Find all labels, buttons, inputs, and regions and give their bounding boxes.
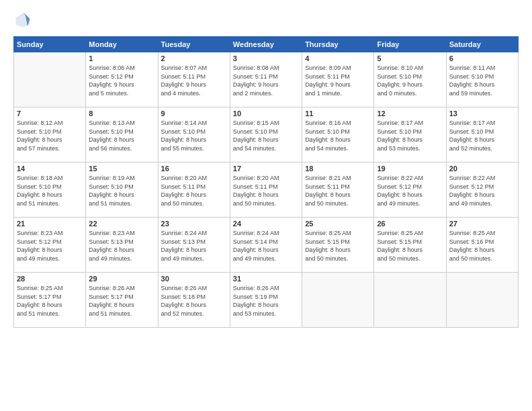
week-row-5: 28Sunrise: 8:25 AMSunset: 5:17 PMDayligh… [14, 273, 519, 328]
day-cell: 14Sunrise: 8:18 AMSunset: 5:10 PMDayligh… [14, 163, 86, 218]
day-cell: 21Sunrise: 8:23 AMSunset: 5:12 PMDayligh… [14, 218, 86, 273]
day-info: Sunrise: 8:20 AMSunset: 5:11 PMDaylight:… [161, 174, 227, 208]
day-cell: 17Sunrise: 8:20 AMSunset: 5:11 PMDayligh… [230, 163, 302, 218]
day-info: Sunrise: 8:20 AMSunset: 5:11 PMDaylight:… [233, 174, 299, 208]
day-info: Sunrise: 8:25 AMSunset: 5:15 PMDaylight:… [305, 229, 371, 263]
day-cell: 16Sunrise: 8:20 AMSunset: 5:11 PMDayligh… [158, 163, 230, 218]
day-cell: 6Sunrise: 8:11 AMSunset: 5:10 PMDaylight… [446, 52, 518, 107]
day-number: 18 [305, 165, 371, 173]
day-cell [446, 273, 518, 328]
day-cell [374, 273, 446, 328]
day-number: 4 [305, 54, 371, 62]
col-header-saturday: Saturday [446, 37, 518, 52]
day-info: Sunrise: 8:13 AMSunset: 5:10 PMDaylight:… [89, 119, 154, 152]
day-cell: 1Sunrise: 8:06 AMSunset: 5:12 PMDaylight… [86, 52, 158, 107]
day-cell [14, 52, 86, 107]
day-cell: 11Sunrise: 8:16 AMSunset: 5:10 PMDayligh… [302, 107, 374, 163]
day-cell: 5Sunrise: 8:10 AMSunset: 5:10 PMDaylight… [374, 52, 446, 107]
day-number: 28 [17, 275, 83, 283]
day-info: Sunrise: 8:11 AMSunset: 5:10 PMDaylight:… [449, 64, 515, 97]
day-cell: 2Sunrise: 8:07 AMSunset: 5:11 PMDaylight… [158, 52, 230, 107]
day-cell: 23Sunrise: 8:24 AMSunset: 5:13 PMDayligh… [158, 218, 230, 273]
day-info: Sunrise: 8:23 AMSunset: 5:12 PMDaylight:… [17, 229, 83, 263]
day-number: 25 [305, 220, 371, 228]
day-number: 2 [161, 54, 227, 62]
day-info: Sunrise: 8:17 AMSunset: 5:10 PMDaylight:… [377, 119, 443, 152]
day-cell: 10Sunrise: 8:15 AMSunset: 5:10 PMDayligh… [230, 107, 302, 163]
day-number: 22 [89, 220, 154, 228]
day-cell: 9Sunrise: 8:14 AMSunset: 5:10 PMDaylight… [158, 107, 230, 163]
day-info: Sunrise: 8:22 AMSunset: 5:12 PMDaylight:… [449, 174, 515, 208]
day-number: 19 [377, 165, 443, 173]
day-number: 26 [377, 220, 443, 228]
day-cell: 19Sunrise: 8:22 AMSunset: 5:12 PMDayligh… [374, 163, 446, 218]
day-info: Sunrise: 8:24 AMSunset: 5:14 PMDaylight:… [233, 229, 299, 263]
col-header-monday: Monday [86, 37, 158, 52]
day-number: 20 [449, 165, 515, 173]
day-info: Sunrise: 8:22 AMSunset: 5:12 PMDaylight:… [377, 174, 443, 208]
day-cell: 20Sunrise: 8:22 AMSunset: 5:12 PMDayligh… [446, 163, 518, 218]
day-number: 17 [233, 165, 299, 173]
day-info: Sunrise: 8:09 AMSunset: 5:11 PMDaylight:… [305, 64, 371, 97]
col-header-sunday: Sunday [14, 37, 86, 52]
day-info: Sunrise: 8:26 AMSunset: 5:19 PMDaylight:… [233, 284, 299, 318]
day-info: Sunrise: 8:25 AMSunset: 5:16 PMDaylight:… [449, 229, 515, 263]
calendar-header-row: SundayMondayTuesdayWednesdayThursdayFrid… [14, 37, 519, 52]
day-number: 12 [377, 109, 443, 118]
day-cell: 7Sunrise: 8:12 AMSunset: 5:10 PMDaylight… [14, 107, 86, 163]
day-number: 16 [161, 165, 227, 173]
day-info: Sunrise: 8:15 AMSunset: 5:10 PMDaylight:… [233, 119, 299, 152]
week-row-3: 14Sunrise: 8:18 AMSunset: 5:10 PMDayligh… [14, 163, 519, 218]
day-info: Sunrise: 8:17 AMSunset: 5:10 PMDaylight:… [449, 119, 515, 152]
day-number: 29 [89, 275, 154, 283]
day-cell: 29Sunrise: 8:26 AMSunset: 5:17 PMDayligh… [86, 273, 158, 328]
day-number: 24 [233, 220, 299, 228]
day-info: Sunrise: 8:23 AMSunset: 5:13 PMDaylight:… [89, 229, 154, 263]
day-info: Sunrise: 8:25 AMSunset: 5:15 PMDaylight:… [377, 229, 443, 263]
day-cell: 15Sunrise: 8:19 AMSunset: 5:10 PMDayligh… [86, 163, 158, 218]
day-cell: 3Sunrise: 8:08 AMSunset: 5:11 PMDaylight… [230, 52, 302, 107]
col-header-friday: Friday [374, 37, 446, 52]
day-info: Sunrise: 8:25 AMSunset: 5:17 PMDaylight:… [17, 284, 83, 318]
day-cell: 27Sunrise: 8:25 AMSunset: 5:16 PMDayligh… [446, 218, 518, 273]
day-cell: 22Sunrise: 8:23 AMSunset: 5:13 PMDayligh… [86, 218, 158, 273]
day-cell: 13Sunrise: 8:17 AMSunset: 5:10 PMDayligh… [446, 107, 518, 163]
day-number: 14 [17, 165, 83, 173]
day-number: 13 [449, 109, 515, 118]
day-info: Sunrise: 8:16 AMSunset: 5:10 PMDaylight:… [305, 119, 371, 152]
col-header-tuesday: Tuesday [158, 37, 230, 52]
col-header-wednesday: Wednesday [230, 37, 302, 52]
day-info: Sunrise: 8:26 AMSunset: 5:18 PMDaylight:… [161, 284, 227, 318]
week-row-4: 21Sunrise: 8:23 AMSunset: 5:12 PMDayligh… [14, 218, 519, 273]
day-number: 1 [89, 54, 154, 62]
page: SundayMondayTuesdayWednesdayThursdayFrid… [0, 0, 532, 411]
day-number: 6 [449, 54, 515, 62]
day-cell [302, 273, 374, 328]
logo [13, 11, 35, 30]
day-number: 9 [161, 109, 227, 118]
calendar: SundayMondayTuesdayWednesdayThursdayFrid… [13, 36, 519, 328]
day-info: Sunrise: 8:14 AMSunset: 5:10 PMDaylight:… [161, 119, 227, 152]
day-cell: 18Sunrise: 8:21 AMSunset: 5:11 PMDayligh… [302, 163, 374, 218]
day-number: 23 [161, 220, 227, 228]
day-info: Sunrise: 8:06 AMSunset: 5:12 PMDaylight:… [89, 64, 154, 97]
day-cell: 31Sunrise: 8:26 AMSunset: 5:19 PMDayligh… [230, 273, 302, 328]
day-number: 27 [449, 220, 515, 228]
day-cell: 28Sunrise: 8:25 AMSunset: 5:17 PMDayligh… [14, 273, 86, 328]
day-cell: 25Sunrise: 8:25 AMSunset: 5:15 PMDayligh… [302, 218, 374, 273]
day-info: Sunrise: 8:26 AMSunset: 5:17 PMDaylight:… [89, 284, 154, 318]
day-info: Sunrise: 8:08 AMSunset: 5:11 PMDaylight:… [233, 64, 299, 97]
day-number: 15 [89, 165, 154, 173]
day-info: Sunrise: 8:12 AMSunset: 5:10 PMDaylight:… [17, 119, 83, 152]
day-cell: 24Sunrise: 8:24 AMSunset: 5:14 PMDayligh… [230, 218, 302, 273]
day-info: Sunrise: 8:10 AMSunset: 5:10 PMDaylight:… [377, 64, 443, 97]
day-cell: 8Sunrise: 8:13 AMSunset: 5:10 PMDaylight… [86, 107, 158, 163]
day-info: Sunrise: 8:21 AMSunset: 5:11 PMDaylight:… [305, 174, 371, 208]
day-info: Sunrise: 8:07 AMSunset: 5:11 PMDaylight:… [161, 64, 227, 97]
day-cell: 30Sunrise: 8:26 AMSunset: 5:18 PMDayligh… [158, 273, 230, 328]
day-number: 7 [17, 109, 83, 118]
header [13, 11, 519, 30]
day-number: 3 [233, 54, 299, 62]
col-header-thursday: Thursday [302, 37, 374, 52]
day-number: 8 [89, 109, 154, 118]
